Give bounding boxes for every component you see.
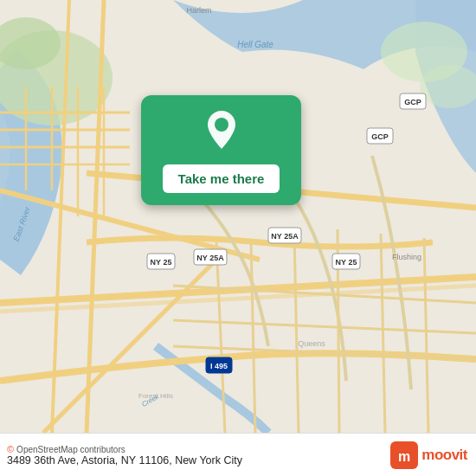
green-card: Take me there xyxy=(141,95,301,205)
address-text: 3489 36th Ave, Astoria, NY 11106, New Yo… xyxy=(7,454,242,466)
svg-text:Forest Hills: Forest Hills xyxy=(138,392,173,400)
moovit-label: moovit xyxy=(421,447,467,464)
svg-text:I 495: I 495 xyxy=(210,362,228,370)
map-container: NY 25 NY 25A NY 25A NY 25 I 495 GCP GCP … xyxy=(0,0,476,433)
svg-text:m: m xyxy=(398,449,410,464)
pin-icon xyxy=(203,111,241,156)
svg-text:Queens: Queens xyxy=(298,339,325,348)
svg-text:GCP: GCP xyxy=(371,132,389,141)
moovit-logo: m moovit xyxy=(390,441,467,469)
location-card: Take me there xyxy=(128,95,314,205)
copyright-icon: © xyxy=(7,444,14,454)
svg-text:NY 25: NY 25 xyxy=(151,258,172,267)
svg-text:Flushing: Flushing xyxy=(392,253,421,261)
svg-text:NY 25A: NY 25A xyxy=(196,254,224,262)
osm-attribution: OpenStreetMap contributors xyxy=(16,445,125,454)
svg-text:NY 25: NY 25 xyxy=(336,258,357,267)
take-me-there-button[interactable]: Take me there xyxy=(163,164,280,193)
bottom-bar: © OpenStreetMap contributors 3489 36th A… xyxy=(0,433,476,476)
svg-text:Hell Gate: Hell Gate xyxy=(237,40,273,49)
svg-point-49 xyxy=(215,118,228,132)
svg-text:NY 25A: NY 25A xyxy=(271,232,299,241)
address-section: © OpenStreetMap contributors 3489 36th A… xyxy=(7,444,242,466)
moovit-brand-icon: m xyxy=(390,441,418,469)
map-background: NY 25 NY 25A NY 25A NY 25 I 495 GCP GCP … xyxy=(0,0,476,433)
svg-text:GCP: GCP xyxy=(404,98,421,106)
svg-text:Harlem: Harlem xyxy=(186,6,211,15)
